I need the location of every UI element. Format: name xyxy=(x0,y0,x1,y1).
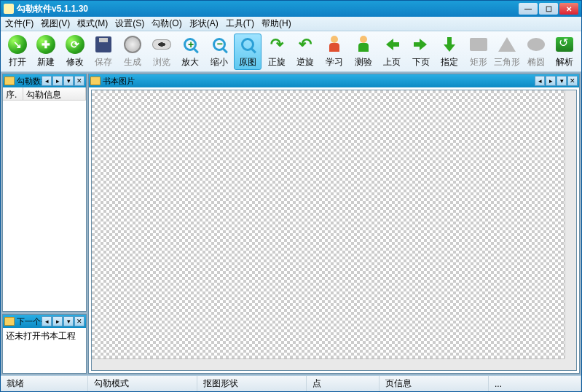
parse-icon xyxy=(554,34,575,55)
window-buttons: — ☐ ✕ xyxy=(519,3,578,15)
app-window: 勾勒软件v5.1.1.30 — ☐ ✕ 文件(F)视图(V)模式(M)设置(S)… xyxy=(0,0,582,392)
browse-icon xyxy=(152,34,172,55)
status-page: 页信息 xyxy=(380,376,489,391)
toolbar-label: 椭圆 xyxy=(527,56,545,68)
rotcw-icon: ↷ xyxy=(267,34,287,55)
learn-icon xyxy=(324,34,345,55)
save-icon xyxy=(93,34,114,55)
toolbar-label: 缩小 xyxy=(211,56,228,68)
goto-icon xyxy=(439,34,460,55)
titlebar: 勾勒软件v5.1.1.30 — ☐ ✕ xyxy=(1,1,581,17)
scrollbar-vertical[interactable] xyxy=(565,90,576,358)
toolbar-label: 逆旋 xyxy=(296,56,314,68)
panel-menu-button[interactable]: ▾ xyxy=(63,316,74,326)
left-column: 勾勒数据 ◂ ▸ ▾ ✕ 序. 勾勒信息 下一个勾 xyxy=(1,72,88,375)
toolbar-new-button[interactable]: ✚新建 xyxy=(33,34,60,70)
generate-icon xyxy=(122,34,143,55)
panel-header: 勾勒数据 ◂ ▸ ▾ ✕ xyxy=(3,74,86,87)
toolbar-original-button[interactable]: 原图 xyxy=(234,34,261,70)
canvas[interactable] xyxy=(91,90,577,371)
toolbar-rotcw-button[interactable]: ↷正旋 xyxy=(263,34,291,70)
col-index[interactable]: 序. xyxy=(3,87,23,100)
close-button[interactable]: ✕ xyxy=(559,3,578,15)
modify-icon: ⟳ xyxy=(65,34,85,55)
minimize-button[interactable]: — xyxy=(519,3,538,15)
toolbar-parse-button[interactable]: 解析 xyxy=(551,34,579,70)
open-icon: ↘ xyxy=(7,34,28,55)
toolbar-label: 正旋 xyxy=(268,56,286,68)
folder-icon xyxy=(4,77,15,85)
menu-item-7[interactable]: 帮助(H) xyxy=(261,17,291,30)
menubar: 文件(F)视图(V)模式(M)设置(S)勾勒(O)形状(A)工具(T)帮助(H) xyxy=(1,17,581,31)
toolbar-zoomin-button[interactable]: 放大 xyxy=(176,34,204,70)
window-title: 勾勒软件v5.1.1.30 xyxy=(17,3,519,15)
toolbar-tri-button[interactable]: 三角形 xyxy=(494,34,522,70)
panel-close-button[interactable]: ✕ xyxy=(74,76,84,86)
toolbar-label: 指定 xyxy=(441,56,458,68)
panel-prev-button[interactable]: ◂ xyxy=(42,76,52,86)
next-icon xyxy=(411,34,431,55)
menu-item-0[interactable]: 文件(F) xyxy=(5,17,34,30)
toolbar-modify-button[interactable]: ⟳修改 xyxy=(61,34,89,70)
status-mode: 勾勒模式 xyxy=(88,376,197,391)
original-icon xyxy=(237,34,258,55)
panel-menu-button[interactable]: ▾ xyxy=(63,76,74,86)
toolbar-generate-button[interactable]: 生成 xyxy=(119,34,146,70)
toolbar-save-button[interactable]: 保存 xyxy=(90,34,118,70)
rotccw-icon: ↶ xyxy=(295,34,315,55)
toolbar-test-button[interactable]: 测验 xyxy=(350,34,377,70)
panel-next-button[interactable]: ▸ xyxy=(546,76,556,86)
ellipse-icon xyxy=(526,34,546,55)
right-column: 书本图片 ◂ ▸ ▾ ✕ xyxy=(88,72,581,375)
panel-close-button[interactable]: ✕ xyxy=(74,316,84,326)
menu-item-1[interactable]: 视图(V) xyxy=(41,17,70,30)
panel-prev-button[interactable]: ◂ xyxy=(535,76,545,86)
panel-title: 勾勒数据 xyxy=(17,76,42,87)
scroll-corner xyxy=(565,358,576,370)
status-ready: 就绪 xyxy=(1,376,88,391)
panel-title: 下一个勾 xyxy=(17,316,42,327)
panel-title: 书本图片 xyxy=(103,76,535,87)
prev-icon xyxy=(382,34,402,55)
toolbar-label: 生成 xyxy=(124,56,141,68)
menu-item-6[interactable]: 工具(T) xyxy=(226,17,254,30)
toolbar-label: 新建 xyxy=(37,56,55,68)
panel-prev-button[interactable]: ◂ xyxy=(42,316,52,326)
panel-close-button[interactable]: ✕ xyxy=(567,76,578,86)
panel-next-button[interactable]: ▸ xyxy=(52,76,63,86)
toolbar-label: 矩形 xyxy=(470,56,487,68)
menu-item-4[interactable]: 勾勒(O) xyxy=(152,17,181,30)
toolbar-open-button[interactable]: ↘打开 xyxy=(4,34,31,70)
toolbar-label: 放大 xyxy=(181,56,199,68)
zoomout-icon xyxy=(209,34,229,55)
outline-data-panel: 勾勒数据 ◂ ▸ ▾ ✕ 序. 勾勒信息 xyxy=(2,74,87,312)
panel-menu-button[interactable]: ▾ xyxy=(557,76,567,86)
scrollbar-horizontal[interactable] xyxy=(92,358,565,370)
col-info[interactable]: 勾勒信息 xyxy=(23,87,86,100)
toolbar-goto-button[interactable]: 指定 xyxy=(436,34,463,70)
toolbar-learn-button[interactable]: 学习 xyxy=(321,34,348,70)
list-header: 序. 勾勒信息 xyxy=(3,87,86,101)
toolbar-label: 浏览 xyxy=(153,56,170,68)
maximize-button[interactable]: ☐ xyxy=(539,3,558,15)
toolbar-browse-button[interactable]: 浏览 xyxy=(148,34,176,70)
toolbar: ↘打开✚新建⟳修改保存生成浏览放大缩小原图↷正旋↶逆旋学习测验上页下页指定矩形三… xyxy=(1,31,581,72)
menu-item-3[interactable]: 设置(S) xyxy=(115,17,144,30)
toolbar-label: 上页 xyxy=(383,56,401,68)
panel-next-button[interactable]: ▸ xyxy=(52,316,63,326)
toolbar-label: 学习 xyxy=(326,56,343,68)
toolbar-prev-button[interactable]: 上页 xyxy=(378,34,406,70)
toolbar-zoomout-button[interactable]: 缩小 xyxy=(205,34,233,70)
toolbar-next-button[interactable]: 下页 xyxy=(407,34,435,70)
toolbar-label: 打开 xyxy=(9,56,26,68)
menu-item-2[interactable]: 模式(M) xyxy=(77,17,108,30)
toolbar-label: 测验 xyxy=(355,56,372,68)
menu-item-5[interactable]: 形状(A) xyxy=(189,17,219,30)
toolbar-label: 解析 xyxy=(556,56,573,68)
toolbar-label: 下页 xyxy=(412,56,430,68)
toolbar-ellipse-button[interactable]: 椭圆 xyxy=(522,34,550,70)
zoomin-icon xyxy=(180,34,200,55)
toolbar-label: 原图 xyxy=(239,56,256,68)
toolbar-rect-button[interactable]: 矩形 xyxy=(465,34,492,70)
toolbar-rotccw-button[interactable]: ↶逆旋 xyxy=(292,34,320,70)
